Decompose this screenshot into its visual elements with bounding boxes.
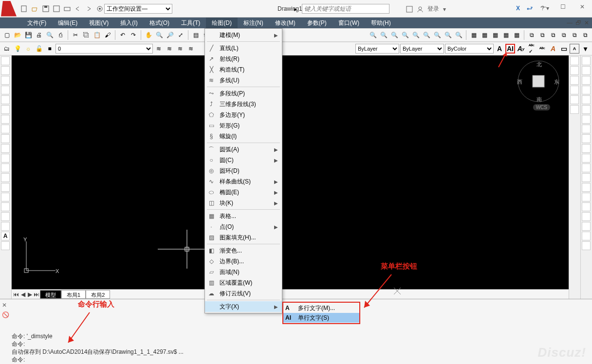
new-icon[interactable]: ▢ — [2, 30, 12, 40]
cmd-close-icon[interactable]: ✕ — [2, 301, 7, 309]
menu-mline[interactable]: ≋多线(U) — [205, 75, 282, 86]
dash4-icon[interactable]: ▦ — [501, 30, 511, 40]
copy-icon[interactable]: ⿻ — [81, 30, 91, 40]
gradient-icon[interactable] — [1, 202, 10, 211]
menu-modify[interactable]: 修改(M) — [269, 18, 301, 28]
xline-icon[interactable] — [1, 66, 10, 75]
menu-param[interactable]: 参数(P) — [301, 18, 333, 28]
pan-icon[interactable]: ✋ — [144, 30, 153, 40]
findtext-icon[interactable]: ᴬᴮᶜ — [537, 44, 547, 54]
dash-icon[interactable]: ▦ — [469, 30, 479, 40]
sun-icon[interactable]: ☼ — [23, 44, 33, 54]
polygon-icon[interactable] — [1, 86, 10, 94]
nav-icon[interactable] — [570, 105, 579, 114]
cmd-pin-icon[interactable]: 🚫 — [2, 311, 9, 319]
menu-rect[interactable]: ▭矩形(G) — [205, 120, 282, 131]
dtext-tool-icon[interactable]: AI — [505, 44, 515, 54]
ellipse-icon[interactable] — [1, 144, 10, 153]
paste-icon[interactable]: 📋 — [92, 30, 102, 40]
nav-icon[interactable] — [570, 76, 579, 85]
tool-icon[interactable] — [582, 241, 591, 250]
save-icon[interactable]: 💾 — [23, 30, 33, 40]
menu-region[interactable]: ▱面域(N) — [205, 267, 282, 277]
new-icon[interactable] — [20, 5, 28, 13]
ellipse-arc-icon[interactable] — [1, 154, 10, 163]
menu-spline[interactable]: ∿样条曲线(S)▶ — [205, 176, 282, 187]
hatch-icon[interactable] — [1, 193, 10, 201]
preview-icon[interactable]: 🔍 — [45, 30, 55, 40]
menu-edit[interactable]: 编辑(E) — [52, 18, 83, 28]
move-icon[interactable] — [582, 105, 591, 114]
table-icon[interactable] — [1, 222, 10, 231]
layer-iso-icon[interactable]: ≋ — [154, 44, 164, 54]
scale-icon[interactable] — [582, 125, 591, 133]
layer-prev-icon[interactable]: ≋ — [165, 44, 174, 54]
menu-table[interactable]: ▦表格... — [205, 211, 282, 221]
menu-text[interactable]: 文字(X)▶ — [205, 301, 282, 312]
undo-icon[interactable]: ↶ — [118, 30, 128, 40]
offset-icon[interactable] — [582, 86, 591, 94]
plot-icon[interactable] — [63, 5, 71, 13]
redo-icon[interactable]: ↷ — [129, 30, 138, 40]
block-icon[interactable] — [1, 173, 10, 182]
tab-last-icon[interactable]: ⏭ — [33, 291, 40, 298]
menu-revcloud[interactable]: ☁修订云线(V) — [205, 288, 282, 299]
field-icon[interactable]: ▭ — [559, 44, 569, 54]
menu-polygon[interactable]: ⬠多边形(Y) — [205, 109, 282, 120]
menu-donut[interactable]: ◎圆环(D) — [205, 165, 282, 176]
bulb-icon[interactable]: 💡 — [13, 44, 22, 54]
lineweight-dropdown[interactable]: ByLayer — [400, 44, 444, 54]
tab-layout2[interactable]: 布局2 — [86, 290, 110, 299]
tab-next-icon[interactable]: ▶ — [26, 291, 33, 298]
exchange-x-icon[interactable]: X — [516, 5, 523, 12]
zoom-obj-icon[interactable]: 🔍 — [454, 30, 463, 40]
zoom-center-icon[interactable]: 🔍 — [443, 30, 453, 40]
menu-tool[interactable]: 工具(T) — [175, 18, 206, 28]
point-icon[interactable] — [1, 183, 10, 192]
layer-state-icon[interactable]: ≋ — [186, 44, 196, 54]
tool-icon[interactable] — [582, 232, 591, 240]
zoom-window-icon[interactable]: 🔍 — [379, 30, 388, 40]
exchange-a-icon[interactable]: ⮐ — [527, 5, 534, 12]
zoom-dyn-icon[interactable]: 🔍 — [422, 30, 431, 40]
scale-text-icon[interactable]: A — [548, 44, 558, 54]
rotate-icon[interactable] — [582, 115, 591, 124]
menu-block[interactable]: ◫块(K)▶ — [205, 198, 282, 208]
dash2-icon[interactable]: ▦ — [480, 30, 489, 40]
tab-model[interactable]: 模型 — [40, 290, 61, 299]
tb-icon[interactable]: ⧉ — [559, 30, 569, 40]
open-icon[interactable] — [31, 5, 39, 13]
drawing-canvas[interactable]: Y X 北 南 东 西 WCS — [12, 55, 569, 289]
menu-helix[interactable]: §螺旋(I) — [205, 131, 282, 142]
doc-minimize-button[interactable]: — — [567, 19, 573, 26]
blend-icon[interactable] — [582, 202, 591, 211]
tab-first-icon[interactable]: ⏮ — [13, 291, 19, 298]
workspace-selector[interactable]: 工作空间设置— — [96, 4, 172, 14]
undo-icon[interactable] — [74, 5, 82, 13]
prop-icon[interactable]: ▤ — [191, 30, 201, 40]
menu-line[interactable]: ╱直线(L) — [205, 43, 282, 54]
explode-icon[interactable] — [582, 212, 591, 221]
pline-icon[interactable] — [1, 76, 10, 85]
break-icon[interactable] — [582, 164, 591, 172]
trim-icon[interactable] — [582, 144, 591, 153]
chamfer-icon[interactable] — [582, 183, 591, 192]
text-chevron-icon[interactable]: ▾ — [580, 44, 590, 54]
menu-format[interactable]: 格式(O) — [144, 18, 175, 28]
tb-icon[interactable]: ⧉ — [580, 30, 590, 40]
lock-icon[interactable]: 🔓 — [34, 44, 44, 54]
mirror-icon[interactable] — [582, 76, 591, 85]
submenu-dtext[interactable]: AI单行文字(S) — [283, 313, 359, 323]
tb-icon[interactable]: ⧉ — [527, 30, 536, 40]
cut-icon[interactable]: ✂ — [71, 30, 80, 40]
signin-icon[interactable] — [406, 6, 413, 13]
open-icon[interactable]: 📂 — [13, 30, 22, 40]
help-search[interactable]: ▸ — [302, 4, 389, 14]
array-icon[interactable] — [582, 95, 591, 104]
dash3-icon[interactable]: ▦ — [490, 30, 500, 40]
tab-layout1[interactable]: 布局1 — [61, 290, 86, 299]
workspace-dropdown[interactable]: 工作空间设置— — [104, 4, 172, 14]
copy-icon[interactable] — [582, 66, 591, 75]
layer-dropdown[interactable]: 0 — [56, 44, 153, 54]
mtext-icon[interactable]: A — [1, 232, 10, 240]
